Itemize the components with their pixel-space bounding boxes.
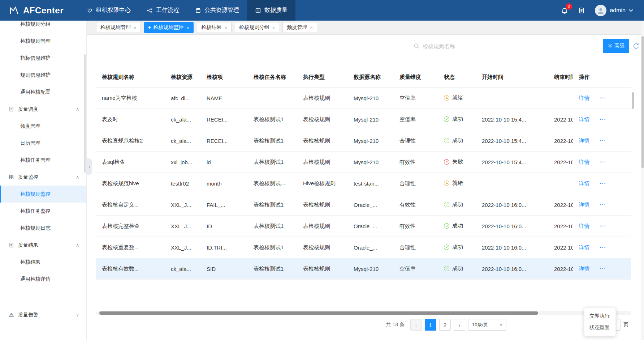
column-header: 数据源名称 xyxy=(354,74,381,80)
table-horizontal-scrollbar[interactable] xyxy=(99,311,538,315)
sidebar-group-quality-result[interactable]: 质量结果 ∧ xyxy=(0,237,86,254)
close-icon[interactable]: × xyxy=(187,25,190,30)
row-more-button[interactable]: ··· xyxy=(600,159,606,165)
sidebar-item-task-manage[interactable]: 检核任务管理 xyxy=(0,152,86,169)
chevron-right-icon: › xyxy=(459,322,461,328)
row-more-button[interactable]: ··· xyxy=(600,244,606,250)
nav-item-data-quality[interactable]: 数据质量 xyxy=(247,0,295,21)
sidebar-item-frequency-manage[interactable]: 频度管理 xyxy=(0,118,86,135)
sidebar-group-quality-monitor[interactable]: 质量监控 ∧ xyxy=(0,169,86,186)
row-more-button[interactable]: ··· xyxy=(600,95,606,101)
cell-task: 表检核测试1 xyxy=(254,223,284,229)
sidebar-scrollbar-thumb[interactable] xyxy=(84,54,86,173)
status-ready-icon xyxy=(444,95,449,101)
detail-link[interactable]: 详情 xyxy=(579,265,590,272)
page-size-select[interactable]: 10条/页 ∨ xyxy=(468,319,506,331)
detail-link[interactable]: 详情 xyxy=(579,137,590,144)
row-more-button[interactable]: ··· xyxy=(600,265,606,272)
document-button[interactable] xyxy=(578,7,585,14)
advanced-label: 高级 xyxy=(614,43,624,49)
detail-link[interactable]: 详情 xyxy=(579,223,590,229)
sidebar-group-quality-alert[interactable]: 质量告警 ∨ xyxy=(0,306,86,323)
close-icon[interactable]: × xyxy=(272,25,275,30)
cell-datasource: Oracle_... xyxy=(354,202,377,208)
prev-page-button[interactable]: ‹ xyxy=(410,319,422,331)
user-menu[interactable]: admin xyxy=(595,5,633,16)
row-more-button[interactable]: ··· xyxy=(600,180,606,186)
sidebar-collapse-handle[interactable]: ‹ xyxy=(87,158,92,175)
detail-link[interactable]: 详情 xyxy=(579,95,590,101)
cell-dimension: 有效性 xyxy=(399,201,416,208)
row-more-button[interactable]: ··· xyxy=(600,137,606,144)
page-scrollbar[interactable] xyxy=(641,36,644,168)
cell-dimension: 空值率 xyxy=(399,95,416,101)
row-more-button[interactable]: ··· xyxy=(600,116,606,122)
detail-link[interactable]: 详情 xyxy=(579,116,590,122)
cell-rule-name: 表检核有效数... xyxy=(102,265,139,272)
sidebar-item-metric-info[interactable]: 指标信息维护 xyxy=(0,50,86,67)
tab-check-result[interactable]: 检核结果 × xyxy=(197,22,232,33)
app-logo[interactable]: AFCenter xyxy=(0,0,79,21)
chevron-down-icon: ∨ xyxy=(500,323,502,327)
cell-task: 表检核测试1 xyxy=(254,116,284,122)
sidebar-item-general-config[interactable]: 通用检核配置 xyxy=(0,84,86,101)
cell-datasource: Oracle_... xyxy=(354,245,377,251)
tab-rule-manage[interactable]: 检核规则管理 × xyxy=(96,22,141,33)
menu-item-status-reset[interactable]: 状态重置 xyxy=(584,322,615,333)
notifications-button[interactable]: 2 xyxy=(561,7,568,14)
refresh-icon[interactable] xyxy=(633,43,640,50)
sidebar-item-calendar-manage[interactable]: 日历管理 xyxy=(0,135,86,152)
sidebar-item-rule-group[interactable]: 检核规则分组 xyxy=(0,21,86,33)
cell-end-time: 2022-10 xyxy=(554,159,573,165)
menu-item-execute-now[interactable]: 立即执行 xyxy=(584,310,615,322)
nav-item-org-permission[interactable]: 组织权限中心 xyxy=(79,0,139,21)
tab-rule-monitor[interactable]: 检核规则监控 × xyxy=(144,22,194,33)
status-label: 失败 xyxy=(452,158,463,165)
column-header: 结束时间 xyxy=(554,74,573,80)
alert-icon xyxy=(9,312,14,318)
row-more-button[interactable]: ··· xyxy=(600,201,606,208)
cell-rule-name: 表检核规范hive xyxy=(102,180,139,186)
cell-task: 表检核测试1 xyxy=(254,244,284,250)
nav-item-public-resource[interactable]: 公共资源管理 xyxy=(187,0,247,21)
sidebar-item-rule-log[interactable]: 检核规则日志 xyxy=(0,220,86,237)
nav-item-workflow[interactable]: 工作流程 xyxy=(139,0,187,21)
status-success-icon xyxy=(444,116,449,122)
search-input[interactable] xyxy=(423,43,598,49)
close-icon[interactable]: × xyxy=(310,25,313,30)
sidebar-group-quality-schedule[interactable]: 质量调度 ∧ xyxy=(0,101,86,118)
pagination-total: 共 13 条 xyxy=(386,322,405,328)
chevron-up-icon: ∧ xyxy=(76,243,79,248)
close-icon[interactable]: × xyxy=(134,25,137,30)
cell-item: month xyxy=(207,180,222,187)
status-label: 成功 xyxy=(452,244,463,251)
next-page-button[interactable]: › xyxy=(454,319,465,331)
detail-link[interactable]: 详情 xyxy=(579,159,590,165)
page-button-2[interactable]: 2 xyxy=(439,319,451,331)
page-button-1[interactable]: 1 xyxy=(425,319,436,331)
advanced-search-button[interactable]: 高级 xyxy=(603,39,629,53)
table-vertical-scrollbar[interactable] xyxy=(632,92,634,109)
sidebar-item-general-detail[interactable]: 通用检核详情 xyxy=(0,271,86,288)
sidebar-item-check-result[interactable]: 检核结果 xyxy=(0,254,86,271)
cell-resource: XXL_J... xyxy=(171,223,191,229)
row-more-button[interactable]: ··· xyxy=(600,223,606,229)
sidebar-item-rule-info[interactable]: 规则信息维护 xyxy=(0,67,86,84)
column-header: 开始时间 xyxy=(482,74,503,80)
close-icon[interactable]: × xyxy=(224,25,227,30)
column-header: 检核项 xyxy=(207,74,223,80)
cell-dimension: 合理性 xyxy=(399,137,416,144)
sidebar-item-rule-manage[interactable]: 检核规则管理 xyxy=(0,33,86,50)
column-header: 质量维度 xyxy=(399,74,421,80)
tab-rule-group[interactable]: 检核规则分组 × xyxy=(235,22,280,33)
detail-link[interactable]: 详情 xyxy=(579,201,590,208)
status-label: 就绪 xyxy=(452,180,463,187)
status-success-icon xyxy=(444,266,449,271)
detail-link[interactable]: 详情 xyxy=(579,180,590,186)
sidebar-item-task-monitor[interactable]: 检核任务监控 xyxy=(0,203,86,220)
detail-link[interactable]: 详情 xyxy=(579,244,590,250)
tab-frequency-manage[interactable]: 频度管理 × xyxy=(282,22,317,33)
cell-datasource: Mysql-210 xyxy=(354,266,379,272)
cell-item: NAME xyxy=(207,95,222,101)
sidebar-item-rule-monitor[interactable]: 检核规则监控 xyxy=(0,186,86,203)
